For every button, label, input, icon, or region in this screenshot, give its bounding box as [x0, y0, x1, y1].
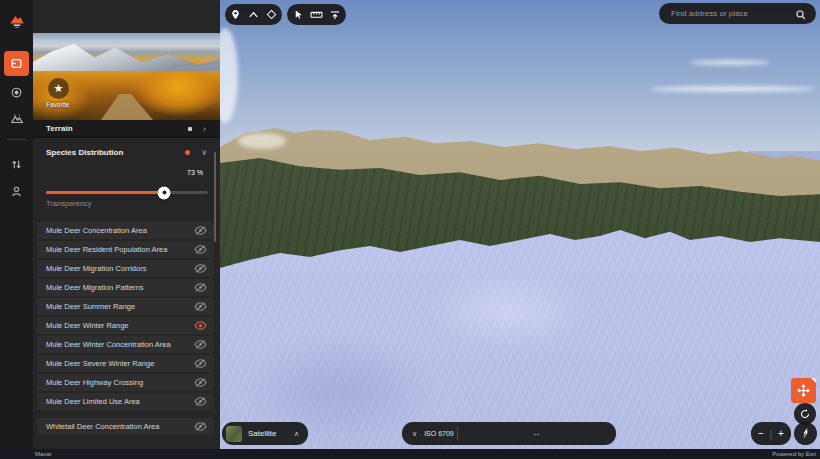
coordinate-bar: ∨ ISO 6709 --: [402, 422, 616, 445]
add-polygon-button[interactable]: [264, 7, 279, 22]
track-tool-button[interactable]: [4, 80, 29, 105]
layer-row[interactable]: Mule Deer Winter Concentration Area: [37, 336, 214, 353]
chevron-right-icon[interactable]: ›: [203, 120, 206, 138]
eye-slash-icon: [194, 421, 207, 432]
add-line-button[interactable]: [246, 7, 261, 22]
terrain-label: Terrain: [46, 124, 73, 133]
search-bar: [659, 3, 816, 24]
pan-tool-button[interactable]: [791, 378, 816, 403]
corner-fold: [811, 378, 816, 383]
chevron-up-icon[interactable]: ∧: [294, 430, 299, 438]
visibility-toggle[interactable]: [194, 421, 207, 432]
layer-row[interactable]: Mule Deer Winter Range: [37, 317, 214, 334]
visibility-toggle[interactable]: [194, 358, 207, 369]
place-photo: ★ Favorite: [33, 33, 220, 120]
slider-fill: [46, 191, 164, 194]
eye-slash-icon: [194, 339, 207, 350]
chevron-down-icon[interactable]: ∨: [412, 430, 417, 438]
panel-scrollbar[interactable]: [214, 152, 216, 242]
visibility-toggle[interactable]: [194, 377, 207, 388]
basemap-label: Satellite: [248, 429, 276, 438]
visibility-toggle[interactable]: [194, 225, 207, 236]
eye-slash-icon: [194, 301, 207, 312]
swipe-tool-button[interactable]: [4, 152, 29, 177]
species-title: Species Distribution: [46, 148, 123, 157]
layer-row[interactable]: Mule Deer Summer Range: [37, 298, 214, 315]
rotate-tool-button[interactable]: [794, 403, 816, 425]
cloud: [650, 86, 815, 92]
app-window: ★ Favorite Terrain › Species Distributio…: [0, 0, 820, 459]
layer-row[interactable]: Mule Deer Severe Winter Range: [37, 355, 214, 372]
species-distribution-header[interactable]: Species Distribution ∨: [33, 143, 220, 161]
add-placemark-button[interactable]: [228, 7, 243, 22]
visibility-toggle[interactable]: [194, 244, 207, 255]
layer-label: Mule Deer Concentration Area: [46, 226, 147, 235]
layer-row[interactable]: Whitetail Deer Concentration Area: [37, 418, 214, 435]
layer-label: Mule Deer Severe Winter Range: [46, 359, 154, 368]
favorite-label: Favorite: [46, 101, 69, 108]
layer-row[interactable]: Mule Deer Concentration Area: [37, 222, 214, 239]
layer-row[interactable]: Mule Deer Resident Population Area: [37, 241, 214, 258]
cloud: [690, 60, 770, 65]
visibility-toggle[interactable]: [194, 396, 207, 407]
compass-button[interactable]: [794, 422, 817, 445]
left-icon-rail: [0, 0, 33, 459]
eye-slash-icon: [194, 263, 207, 274]
zoom-controls: − | +: [751, 422, 791, 445]
visibility-toggle[interactable]: [194, 282, 207, 293]
terrain-status-dot: [188, 127, 192, 131]
transparency-slider[interactable]: [46, 186, 208, 199]
coordinate-format[interactable]: ISO 6709: [424, 430, 454, 437]
app-logo-icon: [4, 8, 29, 33]
layer-label: Mule Deer Winter Concentration Area: [46, 340, 171, 349]
layer-label: Mule Deer Winter Range: [46, 321, 129, 330]
eye-slash-icon: [194, 377, 207, 388]
basemap-selector[interactable]: Satellite ∧: [222, 422, 308, 445]
transparency-label: Transparency: [46, 199, 92, 208]
layer-label: Mule Deer Migration Patterns: [46, 283, 144, 292]
layer-row[interactable]: Mule Deer Highway Crossing: [37, 374, 214, 391]
eye-slash-icon: [194, 244, 207, 255]
search-input[interactable]: [671, 3, 791, 24]
layer-row[interactable]: Mule Deer Migration Corridors: [37, 260, 214, 277]
layer-label: Mule Deer Highway Crossing: [46, 378, 143, 387]
basemap-tool-button[interactable]: [4, 106, 29, 131]
eye-slash-icon: [194, 282, 207, 293]
layer-label: Mule Deer Limited Use Area: [46, 397, 140, 406]
visibility-toggle[interactable]: [194, 320, 207, 331]
search-icon[interactable]: [795, 7, 807, 25]
visibility-toggle[interactable]: [194, 339, 207, 350]
attribution-left: Maxar: [35, 451, 52, 457]
zoom-out-button[interactable]: −: [754, 428, 768, 439]
layers-panel-button[interactable]: [4, 51, 29, 76]
attribution-right: Powered by Esri: [772, 451, 816, 457]
user-profile-button[interactable]: [4, 179, 29, 204]
layer-row[interactable]: Mule Deer Limited Use Area: [37, 393, 214, 410]
slider-thumb[interactable]: [158, 186, 171, 199]
layer-label: Mule Deer Migration Corridors: [46, 264, 146, 273]
eye-slash-icon: [194, 396, 207, 407]
layer-label: Whitetail Deer Concentration Area: [46, 422, 159, 431]
cloud: [220, 28, 238, 123]
layer-list: Mule Deer Concentration Area Mule Deer R…: [37, 222, 214, 437]
chevron-down-icon[interactable]: ∨: [201, 148, 207, 157]
basemap-thumbnail: [226, 426, 242, 442]
select-cursor-button[interactable]: [291, 7, 306, 22]
rail-divider: [7, 139, 26, 140]
visibility-toggle[interactable]: [194, 301, 207, 312]
layer-label: Mule Deer Summer Range: [46, 302, 135, 311]
layer-label: Mule Deer Resident Population Area: [46, 245, 167, 254]
map-canvas[interactable]: [220, 0, 820, 459]
layer-row[interactable]: Mule Deer Migration Patterns: [37, 279, 214, 296]
zoom-divider: |: [770, 429, 772, 439]
eye-slash-icon: [194, 225, 207, 236]
star-icon: ★: [54, 82, 64, 95]
visibility-toggle[interactable]: [194, 263, 207, 274]
favorite-button[interactable]: ★: [48, 78, 69, 99]
species-status-dot: [185, 150, 190, 155]
elevation-profile-button[interactable]: [328, 7, 343, 22]
terrain-layer-row[interactable]: Terrain ›: [33, 120, 220, 138]
measure-button[interactable]: [309, 7, 324, 22]
zoom-in-button[interactable]: +: [774, 428, 788, 439]
select-toolbar: [287, 4, 346, 25]
